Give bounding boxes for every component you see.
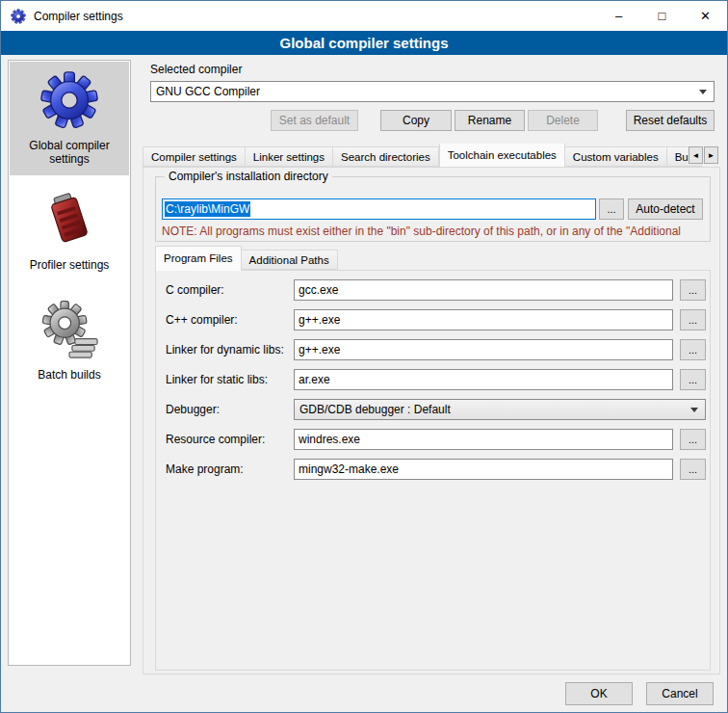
maximize-button[interactable]: □ [640,1,684,31]
sidebar-item-profiler-settings[interactable]: Profiler settings [10,181,129,281]
tab-toolchain-executables[interactable]: Toolchain executables [439,144,565,167]
delete-button: Delete [528,110,598,131]
field-label: Make program: [166,459,244,480]
resource-compiler-browse-button[interactable]: ... [680,429,706,450]
sidebar-item-label: Profiler settings [12,258,127,272]
browse-directory-button[interactable]: ... [599,198,624,220]
program-subtabs: Program Files Additional Paths [155,248,338,270]
chevron-down-icon [699,90,707,94]
titlebar: Compiler settings – □ ✕ [1,1,727,31]
debugger-select[interactable]: GDB/CDB debugger : Default [294,399,706,420]
tab-custom-variables[interactable]: Custom variables [565,146,667,167]
sidebar-item-global-compiler-settings[interactable]: Global compiler settings [10,62,129,175]
window-title: Compiler settings [34,10,123,23]
copy-button[interactable]: Copy [380,110,452,131]
debugger-select-value: GDB/CDB debugger : Default [299,403,690,416]
form-row-c-compiler: C compiler: ... [156,279,712,301]
profiler-icon [39,239,99,252]
settings-category-list: Global compiler settings [8,60,131,666]
cpp-compiler-browse-button[interactable]: ... [680,309,706,330]
field-label: C++ compiler: [166,309,238,330]
resource-compiler-input[interactable] [294,429,673,450]
selected-compiler-label: Selected compiler [150,63,242,76]
installation-directory-selected-text: C:\raylib\MinGW [165,201,250,217]
form-row-debugger: Debugger: GDB/CDB debugger : Default [156,399,712,420]
close-button[interactable]: ✕ [684,1,727,31]
field-label: Debugger: [166,399,220,420]
c-compiler-input[interactable] [294,279,673,301]
installation-directory-input[interactable]: C:\raylib\MinGW [162,198,596,220]
tab-compiler-settings[interactable]: Compiler settings [143,146,246,167]
cancel-button[interactable]: Cancel [646,682,714,705]
selected-compiler-value: GNU GCC Compiler [156,85,699,98]
selected-compiler-select[interactable]: GNU GCC Compiler [150,81,715,102]
tab-scroll-left-button[interactable]: ◄ [689,146,703,164]
app-icon [11,9,26,24]
static-linker-input[interactable] [294,369,673,390]
sidebar-item-label: Batch builds [12,368,127,382]
installation-directory-group: C:\raylib\MinGW ... Auto-detect NOTE: Al… [155,176,711,242]
tab-linker-settings[interactable]: Linker settings [246,146,333,167]
field-label: Linker for dynamic libs: [166,339,284,360]
dynamic-linker-input[interactable] [294,339,673,360]
c-compiler-browse-button[interactable]: ... [680,279,706,301]
sidebar-item-batch-builds[interactable]: Batch builds [10,291,129,391]
static-linker-browse-button[interactable]: ... [680,369,706,390]
dialog-body: Global compiler settings [1,55,727,712]
batch-builds-gear-icon [39,349,99,362]
compiler-settings-window: Compiler settings – □ ✕ Global compiler … [0,0,728,713]
page-title: Global compiler settings [1,31,727,55]
sidebar-item-label: Global compiler settings [12,139,127,166]
set-as-default-button: Set as default [271,110,358,131]
rename-button[interactable]: Rename [455,110,525,131]
program-files-panel: C compiler: ... C++ compiler: ... Linker… [155,270,711,671]
auto-detect-button[interactable]: Auto-detect [628,198,703,220]
form-row-make-program: Make program: ... [156,459,712,480]
dynamic-linker-browse-button[interactable]: ... [680,339,706,360]
ok-button[interactable]: OK [565,682,633,705]
form-row-resource-compiler: Resource compiler: ... [156,429,712,450]
field-label: C compiler: [166,279,224,301]
tab-search-directories[interactable]: Search directories [333,146,439,167]
note-text: NOTE: All programs must exist either in … [162,224,707,238]
tab-scroll-right-button[interactable]: ► [704,146,718,164]
chevron-down-icon [690,408,698,412]
make-program-input[interactable] [294,459,673,480]
installation-directory-group-label: Compiler's installation directory [165,170,332,183]
cpp-compiler-input[interactable] [294,309,673,330]
reset-defaults-button[interactable]: Reset defaults [626,110,715,131]
form-row-dynamic-linker: Linker for dynamic libs: ... [156,339,712,360]
form-row-static-linker: Linker for static libs: ... [156,369,712,390]
form-row-cpp-compiler: C++ compiler: ... [156,309,712,330]
field-label: Linker for static libs: [166,369,268,390]
minimize-button[interactable]: – [597,1,640,31]
compiler-tabs: Compiler settings Linker settings Search… [143,144,720,167]
subtab-additional-paths[interactable]: Additional Paths [242,250,338,270]
subtab-program-files[interactable]: Program Files [155,246,242,271]
make-program-browse-button[interactable]: ... [680,459,706,480]
field-label: Resource compiler: [166,429,265,450]
global-compiler-gear-icon [39,119,99,133]
